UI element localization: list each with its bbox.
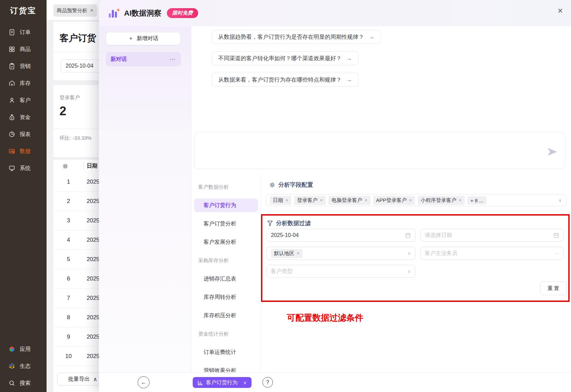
back-button[interactable]: ← [138, 376, 150, 388]
region-tag: 默认地区× [271, 249, 302, 258]
sidebar-item-ecosystem[interactable]: 生态 [0, 358, 47, 375]
sidebar-item-system[interactable]: 系统 [0, 160, 47, 177]
message-input[interactable] [194, 132, 565, 169]
modal-close-icon[interactable]: × [558, 6, 563, 15]
menu-item-marketing-effect[interactable]: 营销效果分析 [191, 361, 261, 372]
remove-tag-icon[interactable]: × [364, 198, 367, 203]
sidebar-item-label: 资金 [20, 114, 31, 121]
suggestion-chip[interactable]: 不同渠道的客户转化率如何？哪个渠道效果最好？ → [212, 51, 359, 65]
field-tag: 登录客户× [294, 196, 326, 205]
ellipsis-icon[interactable]: ⋯ [170, 56, 176, 63]
remove-tag-icon[interactable]: × [459, 198, 462, 203]
analysis-menu: 客户数据分析 客户订货行为 客户订货分析 客户发展分析 采购库存分析 进销存汇总… [191, 175, 261, 372]
send-icon[interactable] [547, 147, 558, 156]
sidebar-item-label: 生态 [20, 363, 31, 370]
flower-icon [8, 363, 15, 370]
tab-close-icon[interactable]: × [90, 7, 93, 14]
free-badge: 限时免费 [167, 8, 198, 18]
field-tag: APP登录客户× [373, 196, 415, 205]
filter-date-start[interactable]: 2025-10-04 [266, 229, 415, 242]
app-sidebar: 订货宝 订单 商品 营销 库存 客户 资金 报表 [0, 0, 47, 392]
bar-chart-icon [197, 380, 203, 385]
menu-item-order-freight[interactable]: 订单运费统计 [191, 343, 261, 361]
suggestion-chip[interactable]: 从数据趋势看，客户订货行为是否存在明显的周期性规律？ → [212, 30, 381, 44]
filter-region-select[interactable]: 默认地区× ∨ [266, 247, 415, 260]
remove-tag-icon[interactable]: × [409, 198, 412, 203]
dataset-label: 客户订货行为 [206, 379, 238, 386]
sidebar-item-label: 客户 [20, 97, 31, 104]
back-arrow-icon: ← [141, 379, 147, 386]
funnel-icon [267, 220, 273, 226]
sidebar-item-orders[interactable]: 订单 [0, 24, 47, 41]
filter-customer-type-select[interactable]: 客户类型 ∨ [266, 265, 415, 278]
tag-label: 登录客户 [297, 197, 317, 204]
tab-product-warning[interactable]: 商品预警分析 × [53, 4, 97, 17]
region-tag-wrap: 默认地区× [271, 249, 408, 258]
menu-item-customer-order-analysis[interactable]: 客户订货分析 [191, 215, 261, 233]
filter-title-text: 分析数据过滤 [276, 219, 311, 227]
red-annotation-text: 可配置数据过滤条件 [287, 312, 363, 323]
arrow-right-icon: → [346, 55, 352, 62]
conversation-item[interactable]: 新对话 ⋯ [106, 52, 181, 66]
sidebar-item-apps[interactable]: 应用 [0, 341, 47, 358]
row-index: 1 [53, 178, 84, 185]
menu-item-inventory-turnover[interactable]: 库存周转分析 [191, 288, 261, 306]
row-index: 8 [53, 314, 84, 321]
analysis-config-panel: 分析字段配置 日期× 登录客户× 电脑登录客户× APP登录客户× 小程序登录客… [261, 175, 571, 372]
data-chart-icon [8, 148, 15, 155]
sidebar-item-products[interactable]: 商品 [0, 41, 47, 58]
sidebar-item-funds[interactable]: 资金 [0, 109, 47, 126]
chevron-down-icon: ∨ [408, 251, 411, 256]
menu-section-header: 客户数据分析 [191, 178, 261, 196]
row-index: 5 [53, 256, 84, 263]
suggestion-chip[interactable]: 从数据来看，客户订货行为存在哪些特点和规律？ → [212, 73, 359, 87]
help-button[interactable]: ? [262, 377, 273, 388]
arrow-right-icon: → [369, 34, 375, 40]
divider [266, 211, 567, 211]
sidebar-item-reports[interactable]: 报表 [0, 126, 47, 143]
field-config-title: 分析字段配置 [269, 181, 313, 189]
menu-item-inventory-backlog[interactable]: 库存积压分析 [191, 306, 261, 325]
dataset-selector-button[interactable]: 客户订货行为 ∨ [193, 377, 252, 388]
grid-icon [8, 46, 15, 53]
chevron-down-icon: ∨ [243, 380, 247, 385]
chevron-up-icon: ∧ [93, 376, 97, 382]
stat-value: 2 [59, 104, 66, 118]
sidebar-item-label: 数据 [20, 148, 31, 155]
remove-tag-icon[interactable]: × [297, 251, 299, 256]
sidebar-item-inventory[interactable]: 库存 [0, 75, 47, 92]
new-chat-button[interactable]: ＋ 新增对话 [106, 32, 181, 45]
pie-chart-icon [8, 131, 15, 138]
field-config-title-text: 分析字段配置 [278, 181, 313, 189]
remove-tag-icon[interactable]: × [320, 198, 323, 203]
filter-date-end[interactable]: 请选择日期 [420, 229, 564, 242]
filter-title: 分析数据过滤 [267, 219, 311, 227]
remove-tag-icon[interactable]: × [286, 198, 288, 203]
menu-item-customer-development[interactable]: 客户发展分析 [191, 233, 261, 251]
sidebar-item-search[interactable]: 搜索 [0, 375, 47, 392]
filter-salesman-select[interactable]: 客户主业务员 ⋯ [420, 247, 564, 260]
chevron-down-icon: ∨ [408, 269, 411, 274]
tag-label: 小程序登录客户 [421, 197, 456, 204]
monitor-icon [8, 165, 15, 172]
menu-item-customer-order-behavior[interactable]: 客户订货行为 [194, 199, 258, 212]
more-fields-tag[interactable]: + 8 ... [467, 196, 486, 205]
tag-label: 默认地区 [274, 250, 294, 257]
filter-date-value: 2025-10-04 [271, 232, 405, 238]
sidebar-item-data[interactable]: 数据 [0, 143, 47, 160]
row-index: 2 [53, 198, 84, 205]
filter-date-placeholder: 请选择日期 [425, 232, 553, 239]
row-index: 6 [53, 275, 84, 282]
sidebar-nav: 订单 商品 营销 库存 客户 资金 报表 数据 [0, 24, 47, 177]
sidebar-item-label: 系统 [20, 165, 31, 172]
sidebar-item-customers[interactable]: 客户 [0, 92, 47, 109]
column-settings-gear-icon[interactable] [62, 163, 68, 169]
ai-insight-modal: AI数据洞察 限时免费 × ＋ 新增对话 新对话 ⋯ 从数据趋势看，客户订货行为… [99, 0, 571, 392]
sidebar-item-label: 搜索 [20, 380, 31, 387]
reset-button[interactable]: 重 置 [540, 282, 567, 295]
field-tags-select[interactable]: 日期× 登录客户× 电脑登录客户× APP登录客户× 小程序登录客户× + 8 … [266, 194, 567, 206]
sidebar-nav-bottom: 应用 生态 搜索 [0, 341, 47, 392]
menu-item-psi-summary[interactable]: 进销存汇总表 [191, 270, 261, 288]
sidebar-item-marketing[interactable]: 营销 [0, 58, 47, 75]
page-title: 客户订货 [59, 32, 96, 44]
